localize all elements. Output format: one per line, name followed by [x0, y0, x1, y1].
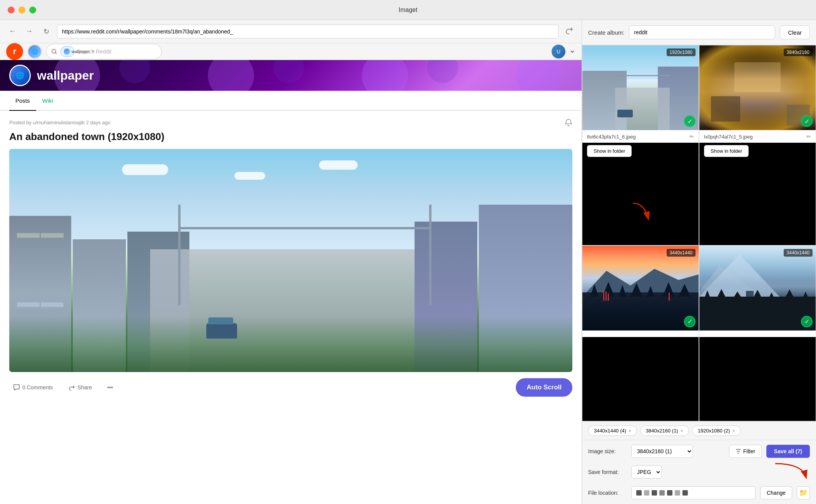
app-title: Imaget: [399, 7, 418, 13]
refresh-icon: ↻: [43, 27, 49, 36]
check-badge-3[interactable]: ✓: [684, 316, 696, 327]
bell-icon[interactable]: [565, 118, 572, 126]
svg-marker-12: [716, 289, 727, 301]
cloud-3: [319, 160, 358, 170]
community-selector: 🌐: [28, 45, 42, 58]
filter-tag-1[interactable]: 3440x1440 (4) ×: [588, 426, 637, 436]
tab-posts[interactable]: Posts: [9, 91, 36, 111]
svg-point-0: [52, 49, 56, 53]
image-thumb-3[interactable]: 3440x1440 ✓: [582, 246, 699, 330]
check-badge-4[interactable]: ✓: [801, 316, 813, 327]
album-input[interactable]: [629, 25, 775, 39]
search-placeholder: Search Reddit: [77, 48, 112, 55]
share-button[interactable]: Share: [64, 382, 95, 393]
folder-icon: 📁: [799, 489, 808, 497]
cloud-2: [234, 172, 265, 180]
search-container[interactable]: wallpaper × Search Reddit: [46, 44, 162, 59]
subreddit-header: 🌐 wallpaper: [0, 60, 582, 91]
image-thumb-4[interactable]: 3440x1440 ✓: [699, 246, 816, 330]
filter-tag-3-remove[interactable]: ×: [732, 428, 735, 434]
tab-wiki-label: Wiki: [42, 97, 53, 104]
image-cell-3: 3440x1440 ✓: [582, 245, 699, 422]
check-badge-2[interactable]: ✓: [801, 115, 813, 127]
furniture: [711, 96, 740, 122]
cell-1-wrapper: 1920x1080 ✓: [582, 45, 699, 130]
refresh-button[interactable]: ↻: [40, 25, 52, 38]
more-button[interactable]: •••: [104, 382, 117, 393]
loc-dot-6: [675, 490, 680, 496]
location-row: File location: Change 📁: [588, 486, 810, 499]
loc-dot-4: [659, 490, 665, 496]
file-location-label: File location:: [588, 490, 627, 496]
edit-icon-2[interactable]: ✏: [806, 134, 811, 140]
overpass-right: [429, 205, 431, 305]
filter-tag-3[interactable]: 1920x1080 (2) ×: [692, 426, 741, 436]
imaget-panel: Create album: Clear 1920x1080: [582, 20, 816, 504]
search-icon: [51, 48, 57, 55]
close-button[interactable]: [8, 7, 15, 13]
svg-marker-2: [590, 284, 599, 297]
svg-marker-4: [619, 285, 627, 297]
forward-button[interactable]: →: [23, 25, 35, 38]
clear-button[interactable]: Clear: [780, 25, 810, 39]
red-arrow-1: [625, 201, 656, 226]
more-label: •••: [107, 384, 113, 391]
reddit-nav: Posts Wiki: [0, 91, 582, 111]
filter-icon: [736, 449, 741, 454]
save-all-button[interactable]: Save all (7): [766, 445, 810, 458]
window: [17, 302, 40, 307]
post-meta: Posted by u/muhaiminulislamsajib 2 days …: [9, 118, 572, 126]
svg-marker-11: [703, 290, 711, 301]
img-meta-2: lx0pqh74al7c1_5.jpeg ✏: [699, 130, 816, 143]
window-controls: [8, 7, 36, 13]
format-select[interactable]: JPEG: [631, 466, 662, 479]
auto-scroll-button[interactable]: Auto Scroll: [516, 378, 572, 397]
filter-tag-2[interactable]: 3840x2160 (1) ×: [640, 426, 689, 436]
image-thumb-2[interactable]: 3840x2160 ✓: [699, 45, 816, 130]
check-badge-1[interactable]: ✓: [684, 115, 696, 127]
subreddit-icon: 🌐: [9, 65, 31, 86]
nav-icons: U: [552, 45, 575, 58]
loc-dot-2: [644, 490, 649, 496]
show-folder-button-2[interactable]: Show in folder: [704, 145, 749, 157]
filename-1: 8vi6c43pfa7c1_6.jpeg: [587, 134, 636, 140]
reddit-logo[interactable]: r: [6, 43, 23, 60]
share-icon[interactable]: [563, 25, 575, 38]
tree-silhouettes: [699, 288, 816, 301]
titlebar: Imaget: [0, 0, 816, 20]
distant-structure: [746, 291, 754, 297]
folder-button[interactable]: 📁: [797, 486, 810, 499]
bottom-controls: Image size: 3840x2160 (1) Filter Save al…: [582, 440, 816, 504]
change-button[interactable]: Change: [760, 486, 792, 499]
svg-marker-13: [731, 291, 743, 300]
chevron-down-icon[interactable]: [569, 48, 575, 55]
size-row: Image size: 3840x2160 (1) Filter Save al…: [588, 445, 810, 458]
window: [41, 302, 64, 307]
filter-tag-2-remove[interactable]: ×: [681, 428, 683, 434]
minimize-button[interactable]: [18, 7, 25, 13]
filter-tag-1-remove[interactable]: ×: [629, 428, 631, 434]
comments-button[interactable]: 0 Comments: [9, 382, 57, 393]
address-bar: ← → ↻: [0, 20, 582, 43]
subreddit-icon-inner: 🌐: [10, 66, 30, 85]
back-button[interactable]: ←: [6, 25, 18, 38]
comment-icon: [13, 384, 20, 391]
user-avatar[interactable]: U: [552, 45, 565, 58]
image-size-select[interactable]: 3840x2160 (1): [631, 445, 693, 458]
subreddit-chip[interactable]: wallpaper ×: [60, 46, 74, 57]
image-thumb-1[interactable]: 1920x1080 ✓: [582, 45, 699, 130]
img-meta-4: [699, 330, 816, 337]
overpass: [178, 227, 431, 229]
save-format-label: Save format:: [588, 469, 627, 475]
filter-tag-2-label: 3840x2160 (1): [646, 428, 678, 434]
post-actions: 0 Comments Share ••• Auto Scroll: [9, 378, 572, 397]
edit-icon-1[interactable]: ✏: [689, 134, 694, 140]
car: [206, 323, 237, 339]
filter-button[interactable]: Filter: [729, 445, 762, 458]
show-folder-button-1[interactable]: Show in folder: [587, 145, 632, 157]
tab-wiki[interactable]: Wiki: [36, 91, 59, 111]
maximize-button[interactable]: [29, 7, 36, 13]
chip-icon: [64, 48, 70, 55]
url-input[interactable]: [57, 25, 558, 38]
mini-overpass: [615, 75, 670, 76]
